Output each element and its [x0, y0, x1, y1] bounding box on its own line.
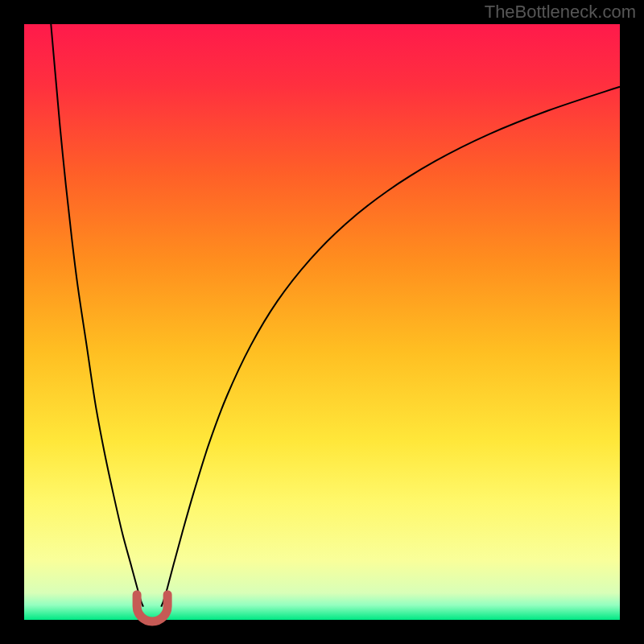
watermark-text: TheBottleneck.com [485, 2, 636, 23]
bottleneck-chart [0, 0, 644, 644]
plot-background [24, 24, 620, 620]
chart-frame: TheBottleneck.com [0, 0, 644, 644]
